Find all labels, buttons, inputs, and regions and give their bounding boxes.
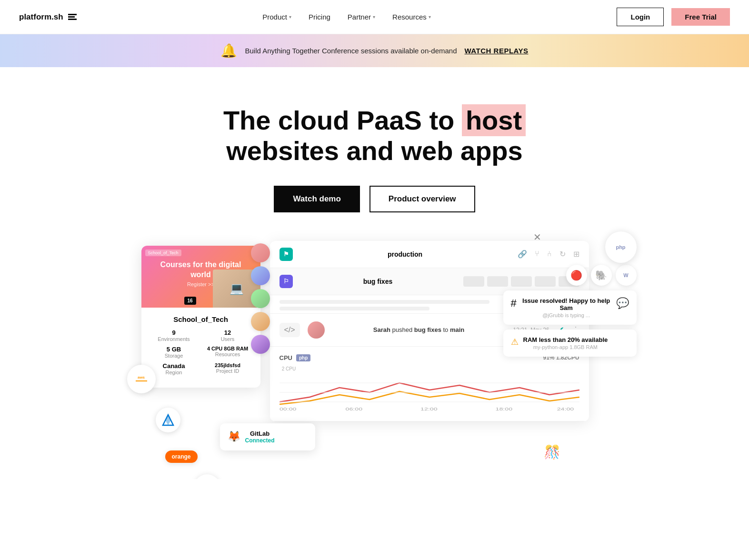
gitlab-icon: 🦊 bbox=[228, 430, 240, 443]
project-card: School_of_Tech Courses for the digital w… bbox=[141, 246, 260, 388]
activity-avatar bbox=[308, 321, 325, 339]
svg-text:24:00: 24:00 bbox=[557, 406, 574, 411]
chat-icon: 💬 bbox=[616, 297, 629, 310]
login-button[interactable]: Login bbox=[617, 8, 664, 26]
logo-icon bbox=[66, 14, 77, 20]
notif-warning-sub: my-python-app 1.8GB RAM bbox=[523, 344, 608, 350]
product-mockup: aws orange 🔵 School_of_Tech Courses for … bbox=[113, 241, 637, 460]
card-project-name: School_of_Tech bbox=[149, 315, 253, 323]
close-icon[interactable]: ✕ bbox=[533, 231, 541, 243]
banner-text: Build Anything Together Conference sessi… bbox=[245, 47, 457, 55]
gitlab-card: 🦊 GitLab Connected bbox=[220, 423, 315, 450]
svg-text:00:00: 00:00 bbox=[280, 406, 297, 411]
chevron-down-icon: ▾ bbox=[289, 14, 291, 20]
chevron-down-icon: ▾ bbox=[429, 14, 431, 20]
nav-actions: Login Free Trial bbox=[617, 8, 730, 26]
confetti-decoration: 🎊 bbox=[544, 444, 560, 460]
watch-demo-button[interactable]: Watch demo bbox=[274, 186, 360, 212]
stat-region: Canada Region bbox=[149, 362, 199, 375]
chart-label: CPU bbox=[280, 354, 292, 361]
stat-storage: 5 GB Storage bbox=[149, 346, 199, 359]
stat-resources: 4 CPU 8GB RAM Resources bbox=[203, 346, 253, 359]
nav-link-product[interactable]: Product ▾ bbox=[262, 13, 291, 21]
cpu-chart-svg: 00:00 06:00 12:00 18:00 24:00 bbox=[280, 373, 579, 411]
gitlab-status: Connected bbox=[245, 437, 275, 444]
chevron-down-icon: ▾ bbox=[373, 14, 375, 20]
stat-users: 12 Users bbox=[203, 329, 253, 342]
nav-links: Product ▾ Pricing Partner ▾ Resources ▾ bbox=[262, 13, 430, 21]
card-badge: School_of_Tech bbox=[145, 250, 181, 256]
notif-warning-card: ⚠ RAM less than 20% available my-python-… bbox=[503, 330, 637, 357]
announcement-banner: 🔔 Build Anything Together Conference ses… bbox=[0, 34, 749, 67]
notif-resolved-title: Issue resolved! Happy to help Sam bbox=[521, 297, 611, 311]
nav-link-pricing[interactable]: Pricing bbox=[309, 13, 330, 21]
warning-icon: ⚠ bbox=[511, 337, 519, 347]
nav-link-partner[interactable]: Partner ▾ bbox=[348, 13, 375, 21]
activity-text: Sarah pushed bug fixes to main bbox=[332, 326, 506, 333]
aws-badge: aws bbox=[127, 365, 156, 393]
gitlab-name: GitLab bbox=[245, 430, 275, 437]
hero-highlight: host bbox=[462, 104, 526, 136]
notif-resolved-sub: @jGrubb is typing ... bbox=[521, 312, 611, 318]
avatars-column bbox=[251, 243, 270, 354]
notif-resolved-card: # Issue resolved! Happy to help Sam @jGr… bbox=[503, 290, 637, 325]
avatar-2 bbox=[251, 266, 270, 285]
banner-icon: 🔔 bbox=[220, 43, 237, 59]
svg-text:18:00: 18:00 bbox=[495, 406, 512, 411]
env-icon-bug: ⚐ bbox=[280, 275, 293, 288]
env-name-bug: bug fixes bbox=[299, 278, 458, 285]
banner-cta[interactable]: WATCH REPLAYS bbox=[465, 47, 529, 55]
hero-title: The cloud PaaS to host websites and web … bbox=[208, 105, 541, 167]
avatar-3 bbox=[251, 289, 270, 308]
redis-badge: 🔴 bbox=[566, 265, 587, 286]
avatar-1 bbox=[251, 243, 270, 262]
azure-badge bbox=[156, 408, 180, 432]
avatar-4 bbox=[251, 312, 270, 331]
slack-icon: # bbox=[511, 297, 517, 310]
orange-badge: orange bbox=[165, 450, 198, 463]
nav-logo[interactable]: platform.sh bbox=[19, 12, 77, 22]
hero-buttons: Watch demo Product overview bbox=[10, 186, 739, 212]
php-badge: php bbox=[605, 231, 637, 263]
google-badge: 🔵 bbox=[194, 474, 220, 479]
env-icon-prod: ⚑ bbox=[280, 248, 293, 261]
env-name-prod: production bbox=[299, 250, 512, 258]
stat-environments: 9 Environments bbox=[149, 329, 199, 342]
logo-text: platform.sh bbox=[19, 12, 63, 22]
main-nav: platform.sh Product ▾ Pricing Partner ▾ … bbox=[0, 0, 749, 34]
svg-text:06:00: 06:00 bbox=[345, 406, 362, 411]
nav-link-resources[interactable]: Resources ▾ bbox=[392, 13, 431, 21]
card-num-badge: 16 bbox=[184, 297, 196, 305]
product-overview-button[interactable]: Product overview bbox=[370, 186, 475, 212]
notif-warning-title: RAM less than 20% available bbox=[523, 336, 608, 343]
chart-lang: php bbox=[296, 354, 310, 361]
avatar-5 bbox=[251, 335, 270, 354]
svg-text:12:00: 12:00 bbox=[420, 406, 438, 411]
hero-section: The cloud PaaS to host websites and web … bbox=[0, 67, 749, 479]
free-trial-button[interactable]: Free Trial bbox=[671, 8, 730, 26]
php-w-badge: W bbox=[616, 265, 637, 286]
notifications-panel: ✕ php 🔴 🐘 W # Issue resolved! Happy to h… bbox=[503, 241, 637, 361]
code-icon: </> bbox=[280, 323, 300, 337]
postgresql-badge: 🐘 bbox=[591, 265, 612, 286]
svg-marker-1 bbox=[165, 415, 171, 425]
stat-project-id: 235jldsfsd Project ID bbox=[203, 362, 253, 375]
